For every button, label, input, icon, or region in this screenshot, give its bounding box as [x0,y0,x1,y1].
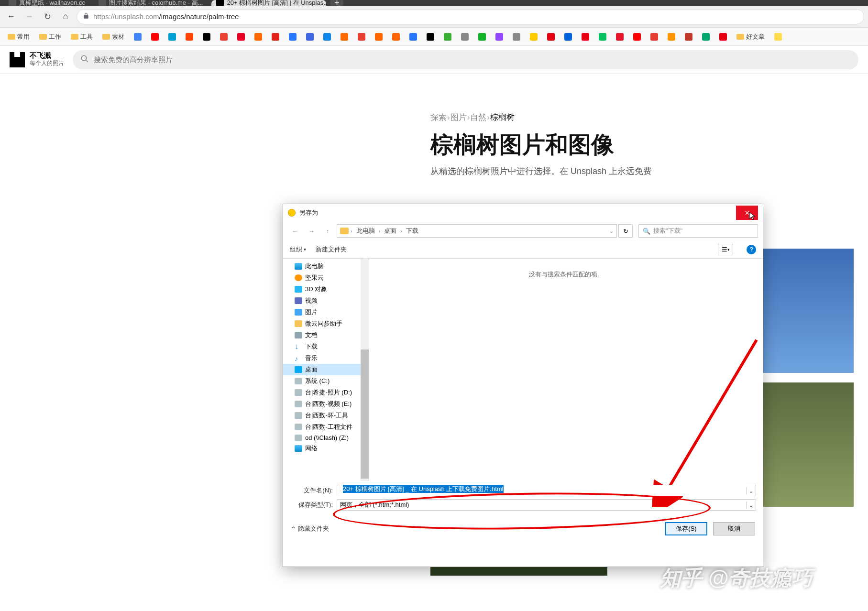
browser-tab[interactable]: 图片搜索结果 - colorhub.me - 高... [94,0,208,6]
tree-item[interactable]: 微云同步助手 [283,318,369,329]
bookmark-item[interactable] [648,31,661,43]
browser-tab[interactable]: 真棒壁纸 - wallhaven.cc [4,0,90,6]
bookmark-item[interactable] [561,31,575,43]
bookmark-item[interactable] [320,31,334,43]
browser-tab-active[interactable]: 20+ 棕榈树图片 [高清] | 在 Unsplas... [211,0,326,6]
tree-item[interactable]: 台|希捷-照片 (D:) [283,387,369,398]
tree-item[interactable]: 坚果云 [283,272,369,284]
folder-tree[interactable]: 此电脑坚果云3D 对象视频图片微云同步助手文档↓下载♪音乐桌面系统 (C:)台|… [283,259,369,481]
bookmark-item[interactable] [303,31,317,43]
image-thumbnail[interactable] [756,382,854,507]
bookmark-item[interactable] [579,31,592,43]
bookmark-item[interactable] [458,31,472,43]
path-segment[interactable]: 此电脑 [354,227,377,235]
tree-item[interactable]: 网络 [283,443,369,454]
path-segment[interactable]: 桌面 [382,227,398,235]
filetype-select[interactable]: 网页，全部 (*.htm;*.html) ⌄ [337,499,756,511]
view-options-button[interactable]: ☰ ▾ [718,244,733,255]
filetype-dropdown[interactable]: ⌄ [746,502,756,509]
bookmark-item[interactable] [407,31,420,43]
bookmark-item[interactable] [252,31,265,43]
bookmark-item[interactable] [234,31,248,43]
site-search[interactable] [73,50,858,69]
cancel-button[interactable]: 取消 [713,522,755,535]
tree-item[interactable]: 此电脑 [283,261,369,272]
bookmark-item[interactable] [475,31,489,43]
bookmark-item[interactable] [355,31,368,43]
bookmark-item[interactable] [771,31,785,43]
tree-item[interactable]: od (\\Clash) (Z:) [283,433,369,443]
path-bar[interactable]: › 此电脑 › 桌面 › 下载 ⌄ [337,224,617,238]
refresh-button[interactable]: ↻ [618,224,633,238]
help-button[interactable]: ? [747,245,756,254]
bookmark-item[interactable] [389,31,403,43]
bookmark-folder[interactable]: 工作 [36,31,64,43]
bookmark-item[interactable] [510,31,523,43]
breadcrumb-link[interactable]: 自然 [470,113,486,122]
scrollbar[interactable] [361,259,369,481]
bookmark-item[interactable] [596,31,609,43]
tree-item[interactable]: 文档 [283,329,369,341]
bookmark-item[interactable] [424,31,437,43]
tree-item[interactable]: 台|西数-工程文件 [283,421,369,433]
folder-search-input[interactable]: 🔍 搜索"下载" [638,224,758,238]
save-button[interactable]: 保存(S) [665,522,707,535]
breadcrumb-link[interactable]: 探索 [430,113,447,122]
url-input[interactable]: https://unsplash.com/images/nature/palm-… [77,9,864,24]
bookmark-folder[interactable]: 好文章 [734,31,768,43]
home-button[interactable]: ⌂ [58,10,73,24]
bookmark-item[interactable] [665,31,678,43]
nav-forward-button[interactable]: → [304,224,319,238]
tree-item[interactable]: 台|西数-坏-工具 [283,410,369,421]
bookmark-item[interactable] [131,31,144,43]
filename-input[interactable]: 20+ 棕榈树图片 [高清] _ 在 Unsplash 上下载免费图片.html [340,485,746,496]
tree-item[interactable]: ♪音乐 [283,352,369,364]
bookmark-item[interactable] [441,31,454,43]
bookmark-item[interactable] [682,31,695,43]
bookmark-item[interactable] [217,31,231,43]
close-button[interactable]: ✕ [736,206,758,220]
tree-item[interactable]: 视频 [283,295,369,306]
bookmark-item[interactable] [269,31,282,43]
bookmark-item[interactable] [527,31,540,43]
bookmark-item[interactable] [148,31,162,43]
bookmark-item[interactable] [493,31,506,43]
image-thumbnail[interactable] [756,249,854,373]
back-button[interactable]: ← [4,10,18,24]
site-logo[interactable]: 不飞溅 每个人的照片 [10,52,64,68]
bookmark-item[interactable] [544,31,558,43]
reload-button[interactable]: ↻ [40,10,55,24]
filename-dropdown[interactable]: ⌄ [746,487,756,494]
bookmark-item[interactable] [165,31,179,43]
bookmark-item[interactable] [613,31,626,43]
chevron-down-icon[interactable]: ⌄ [609,228,614,234]
bookmark-folder[interactable]: 工具 [68,31,96,43]
bookmark-item[interactable] [630,31,644,43]
path-segment[interactable]: 下载 [404,227,420,235]
bookmark-item[interactable] [372,31,385,43]
tree-item[interactable]: 桌面 [283,364,369,375]
bookmark-item[interactable] [200,31,213,43]
bookmark-item[interactable] [699,31,713,43]
bookmark-item[interactable] [286,31,299,43]
bookmark-item[interactable] [183,31,196,43]
tree-item[interactable]: 台|西数-视频 (E:) [283,398,369,410]
new-tab-button[interactable]: + [330,0,343,6]
nav-back-button[interactable]: ← [288,224,302,238]
tree-item[interactable]: 系统 (C:) [283,375,369,387]
hide-folders-toggle[interactable]: ⌃ 隐藏文件夹 [291,524,329,533]
tree-item[interactable]: 3D 对象 [283,284,369,295]
organize-menu[interactable]: 组织▾ [290,245,306,254]
breadcrumb-link[interactable]: 图片 [450,113,467,122]
forward-button[interactable]: → [22,10,36,24]
bookmark-folder[interactable]: 常用 [5,31,33,43]
scrollbar-thumb[interactable] [361,349,369,479]
tree-item[interactable]: 图片 [283,306,369,318]
tree-item[interactable]: ↓下载 [283,341,369,352]
bookmark-item[interactable] [338,31,351,43]
new-folder-button[interactable]: 新建文件夹 [316,245,347,254]
nav-up-button[interactable]: ↑ [320,224,335,238]
bookmark-item[interactable] [716,31,730,43]
bookmark-folder[interactable]: 素材 [99,31,127,43]
file-list[interactable]: 没有与搜索条件匹配的项。 [369,259,763,481]
